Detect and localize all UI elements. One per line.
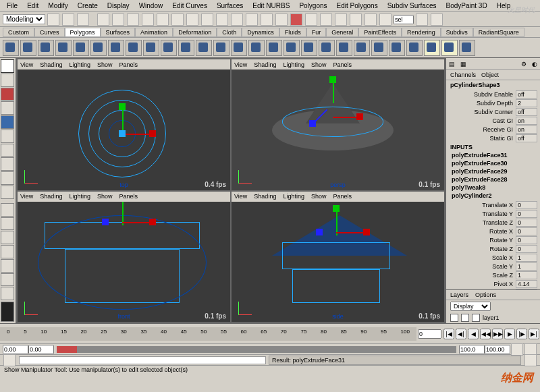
step-forward-key-button[interactable]: |▶ xyxy=(516,329,527,339)
shelf-cone-icon[interactable] xyxy=(55,40,72,56)
toolbar-icon[interactable] xyxy=(379,13,392,26)
play-back-button[interactable]: ◀◀ xyxy=(480,329,491,339)
layout-persp[interactable] xyxy=(1,245,14,258)
shelf-ipt-icon[interactable] xyxy=(441,40,458,56)
shelf-tool-icon[interactable] xyxy=(406,40,423,56)
layers-menu-layers[interactable]: Layers xyxy=(450,291,468,298)
step-back-button[interactable]: ◀ xyxy=(468,329,479,339)
vp-menu-shading[interactable]: Shading xyxy=(254,193,276,200)
tab-channels[interactable]: Channels xyxy=(450,72,476,78)
range-end-field[interactable] xyxy=(459,345,485,354)
menu-modify[interactable]: Modify xyxy=(44,1,72,10)
vp-menu-lighting[interactable]: Lighting xyxy=(283,193,304,200)
rotate-tool[interactable] xyxy=(1,101,14,115)
shelf-plane-icon[interactable] xyxy=(73,40,89,56)
manipulator-tool[interactable] xyxy=(1,130,14,143)
step-back-key-button[interactable]: ◀| xyxy=(456,329,466,339)
shelf-tool-icon[interactable] xyxy=(213,40,230,56)
channel-box-icon[interactable]: ▤ xyxy=(449,61,455,67)
vp-menu-show[interactable]: Show xyxy=(97,61,113,68)
toolbar-icon[interactable] xyxy=(112,13,124,26)
toolbar-icon[interactable] xyxy=(431,13,443,26)
shelf-cube-icon[interactable] xyxy=(20,40,36,56)
current-frame-field[interactable] xyxy=(418,329,441,339)
anim-end-field[interactable] xyxy=(485,345,510,354)
toolbar-icon[interactable] xyxy=(231,13,243,26)
vp-menu-view[interactable]: View xyxy=(234,61,247,68)
shelf-tab[interactable]: Rendering xyxy=(402,28,441,37)
viewport-persp[interactable]: View Shading Lighting Show Panels persp … xyxy=(231,59,445,191)
toolbar-icon[interactable] xyxy=(335,13,347,26)
vp-menu-lighting[interactable]: Lighting xyxy=(69,61,90,68)
shelf-helix-icon[interactable] xyxy=(161,40,177,56)
move-tool[interactable] xyxy=(1,88,14,101)
toolbar-icon[interactable] xyxy=(320,13,332,26)
viewport-top[interactable]: View Shading Lighting Show Panels top 0.… xyxy=(17,59,231,191)
vp-menu-lighting[interactable]: Lighting xyxy=(283,61,304,68)
shelf-tab[interactable]: Subdivs xyxy=(441,28,473,37)
attr-value[interactable]: off xyxy=(516,108,537,116)
vp-menu-show[interactable]: Show xyxy=(311,61,327,68)
tool[interactable] xyxy=(1,157,14,171)
attr-value[interactable]: 1 xyxy=(516,262,537,271)
vp-menu-lighting[interactable]: Lighting xyxy=(69,193,90,200)
shelf-pipe-icon[interactable] xyxy=(143,40,159,56)
anim-start-field[interactable] xyxy=(3,345,28,354)
goto-end-button[interactable]: ▶| xyxy=(529,329,539,339)
shelf-tool-icon[interactable] xyxy=(389,40,405,56)
vp-menu-panels[interactable]: Panels xyxy=(333,61,352,68)
toolbar-icon[interactable] xyxy=(275,13,288,26)
goto-start-button[interactable]: |◀ xyxy=(443,329,454,339)
toolbar-icon[interactable] xyxy=(305,13,317,26)
toolbar-icon[interactable] xyxy=(350,13,362,26)
tool[interactable] xyxy=(1,171,14,185)
menu-help[interactable]: Help xyxy=(493,1,515,10)
step-forward-button[interactable]: ▶ xyxy=(504,329,515,339)
layout-custom[interactable] xyxy=(1,273,14,287)
shelf-tab[interactable]: RadiantSquare xyxy=(473,28,524,37)
play-forward-button[interactable]: ▶▶ xyxy=(492,329,503,339)
vp-menu-panels[interactable]: Panels xyxy=(119,193,138,200)
menu-subdiv[interactable]: Subdiv Surfaces xyxy=(383,1,441,10)
toolbar-icon[interactable] xyxy=(364,13,377,26)
attr-value[interactable]: 0 xyxy=(516,227,537,235)
layer-color-swatch[interactable] xyxy=(472,314,480,322)
timeline-ruler[interactable]: 0510152025303540455055606570758085909510… xyxy=(0,327,416,341)
viewport-side[interactable]: View Shading Lighting Show Panels side 0… xyxy=(231,191,445,323)
input-node[interactable]: polyTweak8 xyxy=(446,184,540,192)
attr-value[interactable]: off xyxy=(516,90,537,99)
shelf-tool-icon[interactable] xyxy=(266,40,282,56)
shelf-sphere-icon[interactable] xyxy=(3,40,19,56)
toolbar-icon[interactable] xyxy=(216,13,228,26)
menu-display[interactable]: Display xyxy=(103,1,134,10)
attr-value[interactable]: 4.14 xyxy=(516,280,537,288)
shelf-tool-icon[interactable] xyxy=(284,40,300,56)
script-editor-icon[interactable] xyxy=(524,354,537,366)
shelf-mel-icon[interactable] xyxy=(424,40,440,56)
layer-visibility-toggle[interactable] xyxy=(450,314,458,322)
attribute-editor-icon[interactable]: ⚙ xyxy=(521,61,526,67)
toolbar-icon[interactable] xyxy=(142,13,154,26)
vp-menu-view[interactable]: View xyxy=(20,193,33,200)
shape-name[interactable]: pCylinderShape3 xyxy=(446,80,540,90)
shelf-torus-icon[interactable] xyxy=(90,40,107,56)
maya-logo-icon[interactable] xyxy=(1,302,14,322)
attr-value[interactable]: 1 xyxy=(516,254,537,262)
layout-single[interactable] xyxy=(1,203,14,217)
tool[interactable] xyxy=(1,186,14,199)
vp-menu-panels[interactable]: Panels xyxy=(119,61,138,68)
shelf-tab[interactable]: Custom xyxy=(3,28,34,37)
tool-settings-icon[interactable]: ◐ xyxy=(532,61,537,67)
shelf-script-icon[interactable] xyxy=(459,40,475,56)
input-node[interactable]: polyExtrudeFace31 xyxy=(446,152,540,160)
range-slider[interactable] xyxy=(57,346,456,353)
snap-icon[interactable] xyxy=(290,13,302,26)
shelf-tool-icon[interactable] xyxy=(319,40,335,56)
vp-menu-shading[interactable]: Shading xyxy=(40,193,62,200)
shelf-pyramid-icon[interactable] xyxy=(126,40,142,56)
input-node[interactable]: polyExtrudeFace29 xyxy=(446,168,540,176)
toolbar-icon[interactable] xyxy=(246,13,258,26)
toolbar-icon[interactable] xyxy=(416,13,428,26)
toolbar-icon[interactable] xyxy=(97,13,109,26)
toolbar-icon[interactable] xyxy=(47,13,59,26)
